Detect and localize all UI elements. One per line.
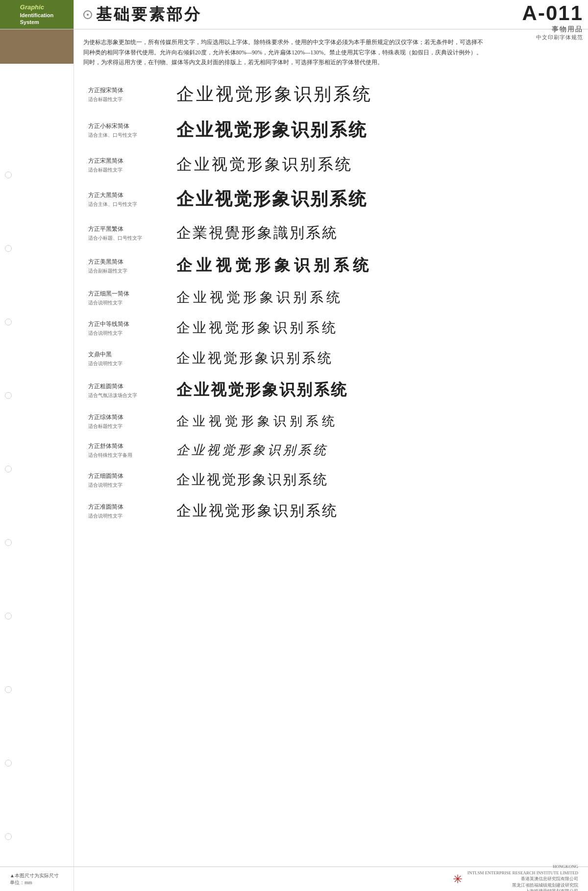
- font-label-8: 方正中等线简体 适合说明性文字: [88, 320, 176, 337]
- font-row-11: 方正综体简体 适合标题性文字 企业视觉形象识别系统: [83, 413, 578, 430]
- font-desc-8: 适合说明性文字: [88, 329, 176, 337]
- font-sample-11: 企业视觉形象识别系统: [176, 413, 338, 430]
- font-sample-12: 企业视觉形象识别系统: [176, 442, 328, 459]
- font-desc-5: 适合小标题、口号性文字: [88, 234, 176, 242]
- font-label-7: 方正细黑一简体 适合说明性文字: [88, 289, 176, 306]
- header-center: 基础要素部分: [74, 0, 490, 29]
- header-right: v1 视觉形象识别系统 A-011 事物用品 中文印刷字体规范: [490, 0, 588, 29]
- font-desc-2: 适合主体、口号性文字: [88, 131, 176, 139]
- hole-1: [5, 172, 12, 178]
- font-row-4: 方正大黑简体 适合主体、口号性文字 企业视觉形象识别系统: [83, 187, 578, 211]
- hole-5: [5, 466, 12, 472]
- font-row-6: 方正美黑简体 适合副标题性文字 企业视觉形象识别系统: [83, 255, 578, 276]
- category-label: 事物用品: [552, 25, 583, 34]
- font-name-2: 方正小标宋简体: [88, 122, 176, 130]
- font-row-10: 方正粗圆简体 适合气氛活泼场合文字 企业视觉形象识别系统: [83, 379, 578, 401]
- section-icon: [83, 10, 92, 19]
- font-name-3: 方正宋黑简体: [88, 156, 176, 165]
- page-code: A-011: [522, 1, 583, 25]
- font-desc-4: 适合主体、口号性文字: [88, 200, 176, 208]
- font-label-1: 方正报宋简体 适合标题性文字: [88, 86, 176, 103]
- font-sample-9: 企业视觉形象识别系统: [176, 349, 333, 368]
- font-sample-1: 企业视觉形象识别系统: [176, 82, 372, 106]
- font-desc-1: 适合标题性文字: [88, 96, 176, 103]
- hole-7: [5, 613, 12, 619]
- logo-line1: Graphic: [20, 3, 44, 11]
- footer-company: ✳ HONGKONG INTLSM ENTERPRISE RESEARCH IN…: [453, 864, 578, 891]
- hole-2: [5, 245, 12, 252]
- font-sample-14: 企业视觉形象识别系统: [176, 501, 338, 521]
- font-desc-14: 适合说明性文字: [88, 512, 176, 520]
- font-desc-9: 适合说明性文字: [88, 360, 176, 367]
- company-full: INTLSM ENTERPRISE RESEARCH INSTITUTE LIM…: [467, 870, 578, 876]
- font-label-9: 文鼎中黑 适合说明性文字: [88, 350, 176, 367]
- font-sample-2: 企业视觉形象识别系统: [176, 118, 368, 142]
- logo-line2: Identification: [20, 12, 53, 18]
- color-swatch: [0, 29, 74, 64]
- intro-paragraph: 为使标志形象更加统一，所有传媒所用文字，均应选用以上字体。除特殊要求外，使用的中…: [83, 37, 485, 68]
- font-label-3: 方正宋黑简体 适合标题性文字: [88, 156, 176, 173]
- font-row-7: 方正细黑一简体 适合说明性文字 企业视觉形象识别系统: [83, 288, 578, 307]
- vertical-divider: [74, 0, 74, 891]
- font-row-1: 方正报宋简体 适合标题性文字 企业视觉形象识别系统: [83, 82, 578, 106]
- font-desc-12: 适合特殊性文字备用: [88, 451, 176, 459]
- font-label-12: 方正舒体简体 适合特殊性文字备用: [88, 442, 176, 459]
- font-sample-8: 企业视觉形象识别系统: [176, 319, 338, 337]
- font-name-11: 方正综体简体: [88, 413, 176, 421]
- font-desc-10: 适合气氛活泼场合文字: [88, 392, 176, 399]
- page-footer: ▲本图尺寸为实际尺寸 单位：mm ✳ HONGKONG INTLSM ENTER…: [0, 866, 588, 891]
- main-content: 为使标志形象更加统一，所有传媒所用文字，均应选用以上字体。除特殊要求外，使用的中…: [74, 29, 588, 543]
- font-name-1: 方正报宋简体: [88, 86, 176, 95]
- hole-9: [5, 760, 12, 767]
- font-row-2: 方正小标宋简体 适合主体、口号性文字 企业视觉形象识别系统: [83, 118, 578, 142]
- font-desc-11: 适合标题性文字: [88, 422, 176, 430]
- font-sample-10: 企业视觉形象识别系统: [176, 379, 348, 401]
- font-name-8: 方正中等线简体: [88, 320, 176, 328]
- font-name-5: 方正平黑繁体: [88, 224, 176, 233]
- page-title: 基础要素部分: [96, 4, 202, 25]
- font-row-5: 方正平黑繁体 适合小标题、口号性文字 企業視覺形象識別系統: [83, 223, 578, 243]
- font-row-9: 文鼎中黑 适合说明性文字 企业视觉形象识别系统: [83, 349, 578, 368]
- font-name-14: 方正准圆简体: [88, 502, 176, 511]
- font-row-14: 方正准圆简体 适合说明性文字 企业视觉形象识别系统: [83, 501, 578, 521]
- font-label-11: 方正综体简体 适合标题性文字: [88, 413, 176, 430]
- font-sample-7: 企业视觉形象识别系统: [176, 288, 343, 307]
- font-sample-6: 企业视觉形象识别系统: [176, 255, 372, 276]
- hole-3: [5, 319, 12, 325]
- font-sample-5: 企業視覺形象識別系統: [176, 223, 338, 243]
- footer-note-text: ▲本图尺寸为实际尺寸: [10, 872, 59, 879]
- font-name-12: 方正舒体简体: [88, 442, 176, 450]
- font-samples-section: 方正报宋简体 适合标题性文字 企业视觉形象识别系统 方正小标宋简体 适合主体、口…: [83, 82, 578, 521]
- font-sample-3: 企业视觉形象识别系统: [176, 154, 353, 175]
- font-label-6: 方正美黑简体 适合副标题性文字: [88, 257, 176, 274]
- font-row-8: 方正中等线简体 适合说明性文字 企业视觉形象识别系统: [83, 319, 578, 337]
- company-line3: 上海皓建营销策划有限公司: [467, 888, 578, 891]
- hole-8: [5, 686, 12, 693]
- font-desc-7: 适合说明性文字: [88, 299, 176, 306]
- footer-note: ▲本图尺寸为实际尺寸 单位：mm: [10, 872, 59, 886]
- page-header: Graphic Identification System 基础要素部分 v1 …: [0, 0, 588, 29]
- v1-label: v1: [521, 0, 533, 0]
- font-name-10: 方正粗圆简体: [88, 382, 176, 391]
- font-sample-4: 企业视觉形象识别系统: [176, 187, 368, 211]
- font-desc-13: 适合说明性文字: [88, 481, 176, 489]
- font-label-4: 方正大黑简体 适合主体、口号性文字: [88, 191, 176, 208]
- logo-line3: System: [20, 19, 39, 25]
- left-sidebar: [0, 29, 74, 64]
- font-label-10: 方正粗圆简体 适合气氛活泼场合文字: [88, 382, 176, 399]
- font-name-4: 方正大黑简体: [88, 191, 176, 199]
- font-name-13: 方正细圆简体: [88, 471, 176, 480]
- font-sample-13: 企业视觉形象识别系统: [176, 470, 328, 489]
- font-name-6: 方正美黑简体: [88, 257, 176, 266]
- company-info: HONGKONG INTLSM ENTERPRISE RESEARCH INST…: [467, 864, 578, 891]
- font-row-3: 方正宋黑简体 适合标题性文字 企业视觉形象识别系统: [83, 154, 578, 175]
- logo-box: Graphic Identification System: [0, 0, 74, 29]
- footer-unit: 单位：mm: [10, 879, 59, 886]
- v1-badge: v1 视觉形象识别系统: [521, 0, 583, 0]
- hole-10: [5, 833, 12, 840]
- company-line2: 黑龙江省皓福城镇规划建设研究院: [467, 882, 578, 889]
- font-label-5: 方正平黑繁体 适合小标题、口号性文字: [88, 224, 176, 242]
- hole-6: [5, 539, 12, 546]
- font-desc-6: 适合副标题性文字: [88, 267, 176, 274]
- font-row-13: 方正细圆简体 适合说明性文字 企业视觉形象识别系统: [83, 470, 578, 489]
